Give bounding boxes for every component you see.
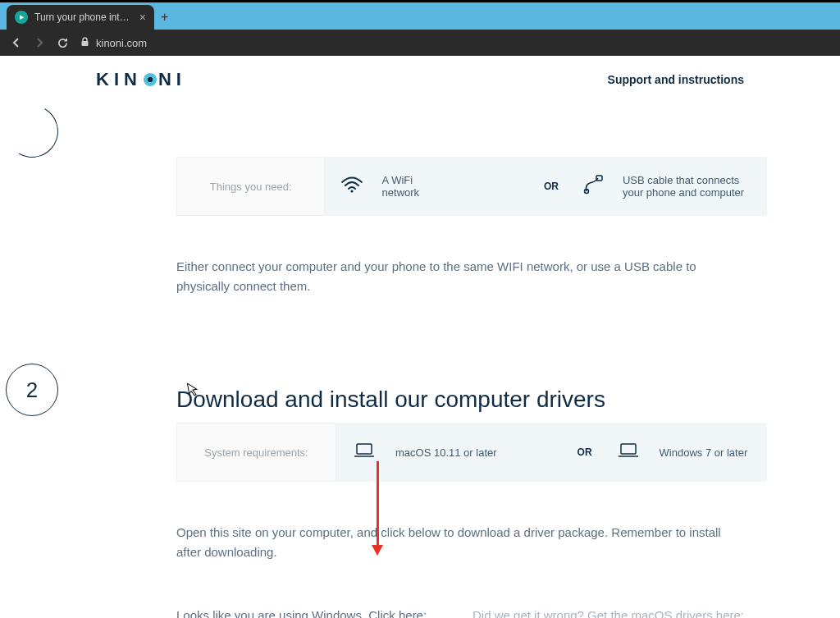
browser-nav-bar: kinoni.com — [0, 30, 840, 56]
tab-favicon — [15, 11, 28, 24]
mac-text: macOS 10.11 or later — [395, 446, 497, 459]
windows-text: Windows 7 or later — [660, 446, 748, 459]
lock-icon — [80, 37, 89, 48]
browser-tab-strip: Turn your phone into a wireless w × + — [0, 0, 840, 30]
page-body: KINNI Support and instructions Things yo… — [0, 56, 840, 618]
windows-requirement: Windows 7 or later — [600, 423, 763, 482]
step-number-badge: 2 — [6, 364, 58, 416]
laptop-icon — [351, 442, 377, 462]
svg-rect-5 — [621, 444, 636, 454]
wifi-requirement: A WiFi network — [325, 157, 462, 216]
svg-rect-0 — [82, 41, 89, 46]
forward-button[interactable] — [31, 34, 48, 51]
site-header: KINNI Support and instructions — [96, 56, 744, 103]
logo-mark-icon — [144, 73, 157, 86]
step-2-title: Download and install our computer driver… — [176, 387, 744, 413]
usb-cable-icon — [582, 175, 605, 198]
back-button[interactable] — [8, 34, 25, 51]
requirements-label: System requirements: — [176, 423, 336, 482]
tab-close-icon[interactable]: × — [139, 11, 146, 24]
step-number-badge — [0, 99, 64, 163]
step-1-section: Things you need: A WiFi network OR USB c… — [96, 157, 744, 296]
browser-tab[interactable]: Turn your phone into a wireless w × — [7, 5, 154, 30]
macos-prompt: Did we get it wrong? Get the macOS drive… — [472, 608, 744, 618]
step-2-body: Open this site on your computer, and cli… — [176, 523, 744, 562]
mac-requirement: macOS 10.11 or later — [336, 423, 512, 482]
requirements-label: Things you need: — [176, 157, 325, 216]
support-link[interactable]: Support and instructions — [608, 73, 744, 86]
or-label: OR — [569, 446, 600, 458]
step-2-section: Download and install our computer driver… — [96, 387, 744, 618]
address-bar[interactable]: kinoni.com — [77, 37, 832, 49]
svg-rect-4 — [357, 444, 372, 454]
wifi-icon — [340, 176, 363, 197]
wifi-text: A WiFi network — [382, 174, 447, 199]
requirements-strip: Things you need: A WiFi network OR USB c… — [176, 157, 767, 216]
laptop-icon — [615, 442, 641, 462]
main-content: Things you need: A WiFi network OR USB c… — [96, 103, 744, 618]
new-tab-button[interactable]: + — [161, 10, 168, 30]
or-label: OR — [536, 181, 567, 192]
system-requirements-strip: System requirements: macOS 10.11 or late… — [176, 423, 767, 482]
url-text: kinoni.com — [96, 37, 147, 49]
reload-button[interactable] — [54, 34, 71, 51]
logo[interactable]: KINNI — [96, 69, 186, 90]
usb-requirement: USB cable that connects your phone and c… — [567, 157, 767, 216]
svg-point-1 — [350, 190, 353, 192]
tab-title: Turn your phone into a wireless w — [34, 11, 135, 23]
usb-text: USB cable that connects your phone and c… — [623, 174, 752, 199]
windows-prompt: Looks like you are using Windows. Click … — [176, 608, 427, 618]
step-1-body: Either connect your computer and your ph… — [176, 257, 744, 296]
download-prompt-row: Looks like you are using Windows. Click … — [176, 608, 744, 618]
